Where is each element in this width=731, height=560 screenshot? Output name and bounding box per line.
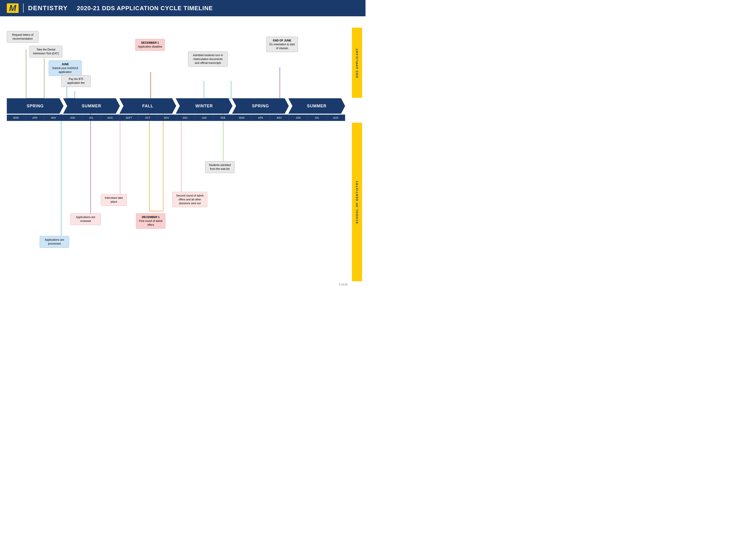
month-apr2: APR bbox=[251, 115, 270, 121]
season-fall: FALL bbox=[119, 98, 176, 114]
end-of-june-text: D1 orientation & start of classes bbox=[269, 43, 295, 50]
month-may1: MAY bbox=[44, 115, 63, 121]
school-dentistry-label: SCHOOL OF DENTISTRY bbox=[352, 123, 362, 281]
month-apr1: APR bbox=[26, 115, 44, 121]
month-feb: FEB bbox=[214, 115, 232, 121]
month-aug1: AUG bbox=[101, 115, 120, 121]
month-oct: OCT bbox=[138, 115, 157, 121]
dec-deadline-bold: DECEMBER 1 bbox=[138, 41, 162, 45]
season-spring1: SPRING bbox=[7, 98, 64, 114]
season-summer1: SUMMER bbox=[63, 98, 120, 114]
dec1-admits-box: DECEMBER 1 First round of admit offers bbox=[136, 213, 165, 229]
dec1-admits-text: First round of admit offers bbox=[138, 219, 163, 227]
month-jan: JAN bbox=[195, 115, 214, 121]
month-jul1: JUL bbox=[82, 115, 101, 121]
month-sept: SEPT bbox=[120, 115, 138, 121]
interviews-box: Interviews take place bbox=[101, 194, 127, 206]
logo-text: DENTISTRY bbox=[28, 5, 68, 12]
month-jul2: JUL bbox=[308, 115, 326, 121]
footer-date: 5.13.20 bbox=[339, 283, 347, 286]
month-jun2: JUN bbox=[289, 115, 308, 121]
month-jun1: JUN bbox=[63, 115, 82, 121]
dec-deadline-box: DECEMBER 1 Application deadline bbox=[135, 39, 165, 51]
end-of-june-box: END OF JUNE D1 orientation & start of cl… bbox=[266, 37, 298, 52]
month-may2: MAY bbox=[270, 115, 289, 121]
month-mar2: MAR bbox=[232, 115, 251, 121]
june-submit-text: Submit your AADSAS application bbox=[51, 66, 79, 74]
months-bar: MAR APR MAY JUN JUL AUG SEPT OCT NOV DEC… bbox=[7, 115, 345, 121]
season-arrows: SPRING SUMMER FALL WINTER SPRING SUMMER bbox=[7, 98, 345, 114]
page-title: 2020-21 DDS APPLICATION CYCLE TIMELINE bbox=[77, 5, 213, 12]
month-aug2: AUG bbox=[326, 115, 345, 121]
end-of-june-bold: END OF JUNE bbox=[269, 39, 295, 43]
waitlist-box: Students admitted from the wait list bbox=[205, 161, 234, 173]
month-mar1: MAR bbox=[7, 115, 26, 121]
second-round-box: Second round of admit offers and all oth… bbox=[172, 192, 207, 207]
dds-applicant-label: DDS APPLICANT bbox=[352, 28, 362, 98]
logo-area: M DENTISTRY bbox=[7, 3, 68, 13]
apps-reviewed-box: Applications are reviewed bbox=[70, 213, 101, 225]
june-submit-box: JUNE Submit your AADSAS application bbox=[49, 60, 82, 76]
dec1-admits-bold: DECEMBER 1 bbox=[138, 215, 163, 219]
timeline-bar: SPRING SUMMER FALL WINTER SPRING SUMMER … bbox=[7, 98, 345, 121]
logo-m-icon: M bbox=[7, 3, 19, 13]
dds-applicant-text: DDS APPLICANT bbox=[355, 48, 359, 78]
logo-divider bbox=[23, 4, 24, 13]
admitted-docs-box: Admitted students turn in matriculation … bbox=[188, 51, 228, 67]
season-summer2: SUMMER bbox=[288, 98, 345, 114]
apps-processed-box: Applications are processed bbox=[40, 236, 69, 248]
month-nov: NOV bbox=[157, 115, 176, 121]
page-header: M DENTISTRY 2020-21 DDS APPLICATION CYCL… bbox=[0, 0, 366, 16]
month-dec: DEC bbox=[176, 115, 195, 121]
dec-deadline-text: Application deadline bbox=[138, 45, 162, 49]
season-winter: WINTER bbox=[176, 98, 233, 114]
june-submit-bold: JUNE bbox=[51, 62, 79, 66]
request-letters-box: Request letters of recommendation bbox=[7, 31, 39, 43]
season-spring2: SPRING bbox=[232, 98, 289, 114]
dat-box: Take the Dental Admission Test (DAT) bbox=[29, 46, 62, 58]
pay-fee-box: Pay the $75 application fee bbox=[61, 75, 91, 87]
school-dentistry-text: SCHOOL OF DENTISTRY bbox=[355, 180, 359, 224]
